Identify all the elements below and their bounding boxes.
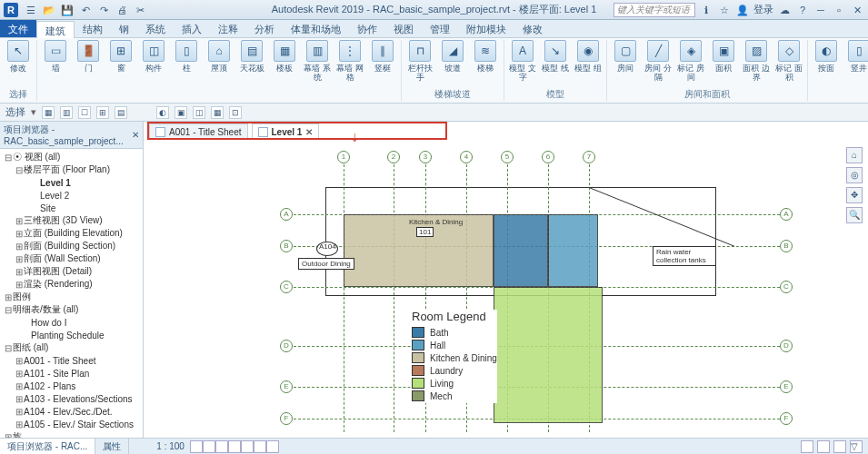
- close-icon[interactable]: ✕: [132, 130, 139, 140]
- tree-node[interactable]: ⊟明细表/数量 (all): [0, 303, 143, 316]
- grid-bubble[interactable]: F: [280, 412, 293, 425]
- tree-twisty[interactable]: ⊞: [15, 356, 24, 366]
- help-search-input[interactable]: 键入关键字或短语: [614, 3, 695, 17]
- opt-icon[interactable]: ▦: [42, 106, 55, 119]
- tree-node[interactable]: ⊟图纸 (all): [0, 341, 143, 354]
- tree-node[interactable]: ⊞族: [0, 430, 143, 438]
- pan-icon[interactable]: ✥: [846, 187, 863, 203]
- tree-twisty[interactable]: ⊞: [15, 267, 24, 277]
- cloud-icon[interactable]: ☁: [777, 3, 792, 17]
- grid-bubble[interactable]: A: [280, 208, 293, 221]
- ribbon-tab[interactable]: 系统: [137, 20, 174, 37]
- grid-bubble[interactable]: 7: [583, 151, 595, 163]
- ribbon-button[interactable]: ◉模型 组: [574, 40, 603, 73]
- grid-bubble[interactable]: 4: [460, 151, 473, 163]
- ribbon-tab[interactable]: 分析: [246, 20, 283, 37]
- tree-node[interactable]: Level 2: [0, 189, 143, 202]
- opt-icon[interactable]: ◐: [156, 106, 169, 119]
- tree-node[interactable]: ⊞渲染 (Rendering): [0, 278, 143, 291]
- status-icon[interactable]: [203, 440, 215, 453]
- opt-icon[interactable]: ▦: [211, 106, 224, 119]
- opt-icon[interactable]: ▣: [175, 106, 187, 119]
- ribbon-tab[interactable]: 建筑: [36, 21, 75, 38]
- ribbon-tab[interactable]: 文件: [0, 20, 36, 37]
- ribbon-button[interactable]: ↖修改: [4, 40, 33, 73]
- grid-bubble[interactable]: C: [280, 281, 293, 293]
- tree-node[interactable]: ⊞图例: [0, 291, 143, 303]
- qat-button[interactable]: ☰: [24, 3, 38, 17]
- tree-node[interactable]: ⊞A001 - Title Sheet: [0, 354, 143, 367]
- opt-icon[interactable]: ▤: [115, 106, 127, 119]
- grid-bubble[interactable]: E: [280, 380, 293, 393]
- ribbon-button[interactable]: ▯竖井: [844, 40, 868, 73]
- ribbon-button[interactable]: ⋮幕墙 网格: [335, 40, 364, 82]
- ribbon-button[interactable]: ▭墙: [41, 40, 70, 73]
- grid-bubble[interactable]: A: [780, 208, 793, 221]
- info-icon[interactable]: ℹ: [699, 3, 713, 17]
- tree-twisty[interactable]: ⊟: [4, 153, 13, 163]
- ribbon-tab[interactable]: 钢: [111, 20, 137, 37]
- qat-button[interactable]: ✂: [133, 3, 147, 17]
- star-icon[interactable]: ☆: [717, 3, 732, 17]
- tree-twisty[interactable]: ⊟: [15, 165, 24, 175]
- ribbon-button[interactable]: ∥竖梃: [368, 40, 397, 73]
- ribbon-button[interactable]: ↘模型 线: [541, 40, 570, 73]
- document-tab[interactable]: Level 1✕: [252, 123, 320, 140]
- ribbon-button[interactable]: 🚪门: [74, 40, 103, 73]
- drawing-canvas[interactable]: ⌂ ◎ ✥ 🔍 1234567AABBCCDDEEFFKitchen & Din…: [144, 142, 868, 438]
- qat-button[interactable]: 💾: [60, 3, 75, 17]
- grid-bubble[interactable]: E: [780, 380, 793, 393]
- status-icon[interactable]: [266, 440, 279, 453]
- ribbon-button[interactable]: ◐按面: [812, 40, 841, 73]
- qat-button[interactable]: 🖨: [115, 3, 129, 17]
- tree-node[interactable]: ⊞A105 - Elev./ Stair Sections: [0, 418, 143, 430]
- tree-node[interactable]: ⊟楼层平面 (Floor Plan): [0, 163, 143, 176]
- tree-node[interactable]: ⊞A104 - Elev./Sec./Det.: [0, 405, 143, 418]
- status-icon[interactable]: [801, 440, 813, 453]
- grid-bubble[interactable]: 6: [542, 151, 554, 163]
- ribbon-tab[interactable]: 插入: [174, 20, 210, 37]
- section-tag[interactable]: A104: [316, 242, 338, 256]
- status-icon[interactable]: [833, 440, 846, 453]
- grid-bubble[interactable]: 2: [387, 151, 400, 163]
- ribbon-button[interactable]: ◢坡道: [438, 40, 467, 73]
- status-tab-properties[interactable]: 属性: [95, 439, 129, 454]
- qat-button[interactable]: 📂: [42, 3, 56, 17]
- help-icon[interactable]: ?: [795, 3, 810, 17]
- status-icon[interactable]: [241, 440, 254, 453]
- opt-icon[interactable]: ☐: [78, 106, 91, 119]
- opt-icon[interactable]: ⊞: [96, 106, 109, 119]
- tree-twisty[interactable]: ⊞: [4, 432, 13, 439]
- tree-node[interactable]: ⊞剖面 (Building Section): [0, 240, 143, 252]
- ribbon-button[interactable]: ▨面积 边界: [742, 40, 771, 82]
- ribbon-button[interactable]: A模型 文字: [508, 40, 537, 82]
- ribbon-button[interactable]: ⊓栏杆扶手: [405, 40, 434, 82]
- tree-node[interactable]: How do I: [0, 316, 143, 329]
- restore-button[interactable]: ▫: [832, 3, 846, 17]
- tree-node[interactable]: ⊞三维视图 (3D View): [0, 214, 143, 227]
- opt-icon[interactable]: ◫: [193, 106, 205, 119]
- tree-node[interactable]: ⊞剖面 (Wall Section): [0, 252, 143, 265]
- tree-twisty[interactable]: ⊞: [15, 369, 24, 379]
- tree-twisty[interactable]: ⊞: [15, 216, 24, 226]
- minimize-button[interactable]: ─: [813, 3, 828, 17]
- status-icon[interactable]: [215, 440, 228, 453]
- ribbon-tab[interactable]: 协作: [349, 20, 385, 37]
- tree-node[interactable]: ⊟☉ 视图 (all): [0, 151, 143, 163]
- document-tab[interactable]: A001 - Title Sheet: [149, 123, 248, 140]
- tree-node[interactable]: Site: [0, 202, 143, 214]
- ribbon-tab[interactable]: 附加模块: [458, 20, 514, 37]
- grid-bubble[interactable]: F: [780, 412, 793, 425]
- tree-node[interactable]: Level 1: [0, 176, 143, 189]
- tree-twisty[interactable]: ⊟: [4, 305, 13, 315]
- qat-button[interactable]: ↶: [78, 3, 93, 17]
- ribbon-button[interactable]: ▥幕墙 系统: [303, 40, 332, 82]
- user-icon[interactable]: 👤: [735, 3, 750, 17]
- nav-wheel-icon[interactable]: ◎: [846, 167, 863, 183]
- status-icon[interactable]: [817, 440, 830, 453]
- tree-node[interactable]: ⊞立面 (Building Elevation): [0, 227, 143, 240]
- opt-icon[interactable]: ⊡: [229, 106, 242, 119]
- room-fill[interactable]: [494, 214, 548, 287]
- grid-bubble[interactable]: C: [780, 281, 793, 293]
- ribbon-tab[interactable]: 视图: [385, 20, 422, 37]
